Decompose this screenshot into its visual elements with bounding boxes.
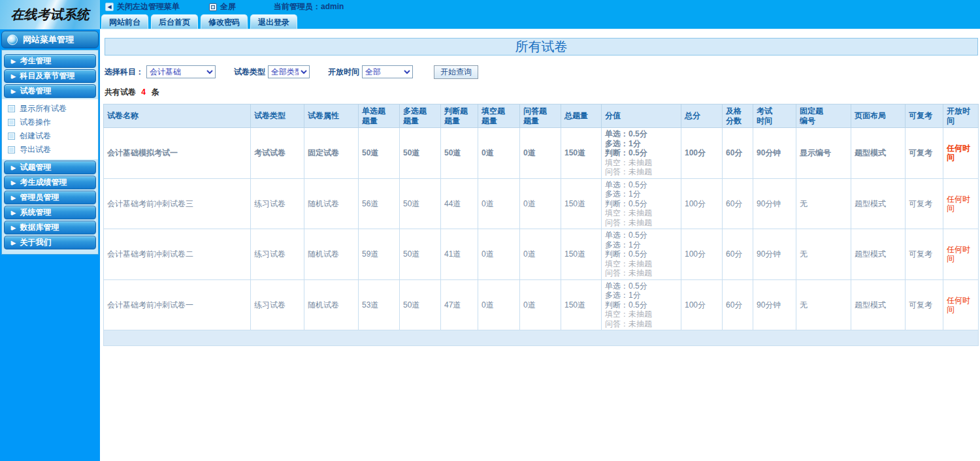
cell-open-time: 任何时间 <box>943 279 979 330</box>
play-icon: I▶ <box>10 58 15 65</box>
cell-judge: 44道 <box>441 178 478 229</box>
cell-pass-score: 60分 <box>723 178 753 229</box>
column-header-4: 多选题 题量 <box>400 104 441 128</box>
score-line: 单选：0.5分 <box>605 230 679 240</box>
cell-attr: 固定试卷 <box>304 128 359 179</box>
subject-filter-label: 选择科目： <box>105 67 144 78</box>
cell-retake: 可复考 <box>906 229 943 280</box>
score-line: 多选：1分 <box>605 291 679 300</box>
query-button[interactable]: 开始查询 <box>434 65 478 79</box>
sidebar-item-6[interactable]: I▶系统管理 <box>4 206 96 219</box>
sidebar-item-1[interactable]: I▶科目及章节管理 <box>4 69 96 83</box>
list-square-icon <box>8 133 15 140</box>
type-filter-label: 试卷类型 <box>234 67 265 78</box>
sidebar-menu: I▶考生管理I▶科目及章节管理I▶试卷管理显示所有试卷试卷操作创建试卷导出试卷I… <box>1 50 99 255</box>
column-header-1: 试卷类型 <box>251 104 304 128</box>
cell-score: 单选：0.5分多选：1分判断：0.5分填空：未抽题问答：未抽题 <box>602 229 681 280</box>
cell-type: 练习试卷 <box>251 178 304 229</box>
cell-attr: 随机试卷 <box>304 279 359 330</box>
cell-retake: 可复考 <box>906 279 943 330</box>
cell-exam-time: 90分钟 <box>753 279 796 330</box>
sidebar-subitem-label: 创建试卷 <box>20 131 51 142</box>
paper-type-select[interactable]: 全部类型 <box>268 65 310 78</box>
score-line: 多选：1分 <box>605 189 679 199</box>
score-line: 填空：未抽题 <box>605 310 679 319</box>
filter-bar: 选择科目： 会计基础 试卷类型 全部类型 开放时间 全部 开始查询 <box>105 65 980 79</box>
cell-fixed-no: 无 <box>796 178 851 229</box>
cell-single: 53道 <box>359 279 400 330</box>
cell-attr: 随机试卷 <box>304 178 359 229</box>
cell-single: 59道 <box>359 229 400 280</box>
table-footer-row <box>104 330 979 346</box>
cell-page-layout: 题型模式 <box>851 229 906 280</box>
sidebar-subitem-1[interactable]: 试卷操作 <box>2 116 98 129</box>
play-icon: I▶ <box>10 180 15 186</box>
app-window: 在线考试系统 ◀ 关闭左边管理菜单 全屏 当前管理员：admin 网站前台后台首… <box>0 0 980 461</box>
column-header-3: 单选题 题量 <box>359 104 400 128</box>
table-row: 会计基础模拟考试一考试试卷固定试卷50道50道50道0道0道150道单选：0.5… <box>104 128 979 179</box>
score-line: 填空：未抽题 <box>605 158 679 168</box>
column-header-11: 及格 分数 <box>723 104 753 128</box>
score-line: 填空：未抽题 <box>605 259 679 269</box>
sidebar-item-5[interactable]: I▶管理员管理 <box>4 191 96 204</box>
cell-blank: 0道 <box>478 279 520 330</box>
cell-total-q: 150道 <box>561 279 602 330</box>
cell-total-score: 100分 <box>681 178 723 229</box>
sidebar-item-label: 数据库管理 <box>20 222 59 233</box>
count-prefix: 共有试卷 <box>105 87 136 97</box>
sidebar-subitem-2[interactable]: 创建试卷 <box>2 129 98 143</box>
cell-total-q: 150道 <box>561 178 602 229</box>
count-suffix: 条 <box>151 87 159 97</box>
top-header-right: ◀ 关闭左边管理菜单 全屏 当前管理员：admin 网站前台后台首页修改密码退出… <box>100 0 980 29</box>
score-line: 问答：未抽题 <box>605 218 679 228</box>
top-utility-row: ◀ 关闭左边管理菜单 全屏 当前管理员：admin <box>100 0 980 14</box>
play-icon: I▶ <box>10 240 15 246</box>
cell-open-time: 任何时间 <box>943 229 979 280</box>
cell-qa: 0道 <box>520 128 561 179</box>
sidebar-subitem-0[interactable]: 显示所有试卷 <box>2 102 98 116</box>
sidebar: 网站菜单管理 I▶考生管理I▶科目及章节管理I▶试卷管理显示所有试卷试卷操作创建… <box>0 29 100 461</box>
sidebar-item-0[interactable]: I▶考生管理 <box>4 54 96 68</box>
sidebar-item-8[interactable]: I▶关于我们 <box>4 236 96 249</box>
column-header-0: 试卷名称 <box>104 104 251 128</box>
score-line: 判断：0.5分 <box>605 199 679 209</box>
cell-exam-time: 90分钟 <box>753 128 796 179</box>
cell-total-q: 150道 <box>561 128 602 179</box>
cell-retake: 可复考 <box>906 178 943 229</box>
sidebar-item-label: 系统管理 <box>20 207 51 218</box>
cell-open-time: 任何时间 <box>943 128 979 179</box>
cell-blank: 0道 <box>478 229 520 280</box>
table-row: 会计基础考前冲刺试卷一练习试卷随机试卷53道50道47道0道0道150道单选：0… <box>104 279 979 330</box>
top-tab-3[interactable]: 退出登录 <box>250 14 297 29</box>
papers-table: 试卷名称试卷类型试卷属性单选题 题量多选题 题量判断题 题量填空题 题量问答题 … <box>103 104 979 346</box>
cell-blank: 0道 <box>478 178 520 229</box>
time-filter-label: 开放时间 <box>328 67 359 78</box>
sidebar-item-3[interactable]: I▶试题管理 <box>4 161 96 174</box>
cell-type: 练习试卷 <box>251 229 304 280</box>
column-header-10: 总分 <box>681 104 723 128</box>
subject-select[interactable]: 会计基础 <box>146 65 216 78</box>
play-icon: I▶ <box>10 73 15 80</box>
sidebar-item-label: 科目及章节管理 <box>20 71 74 82</box>
sidebar-item-2[interactable]: I▶试卷管理 <box>4 84 96 98</box>
sidebar-item-label: 关于我们 <box>20 237 51 248</box>
column-header-6: 填空题 题量 <box>478 104 520 128</box>
sidebar-item-7[interactable]: I▶数据库管理 <box>4 221 96 234</box>
sidebar-subitem-3[interactable]: 导出试卷 <box>2 143 98 157</box>
cell-qa: 0道 <box>520 229 561 280</box>
top-tab-1[interactable]: 后台首页 <box>151 14 198 29</box>
open-time-select[interactable]: 全部 <box>362 65 413 78</box>
play-icon: I▶ <box>10 225 15 231</box>
sidebar-item-4[interactable]: I▶考生成绩管理 <box>4 176 96 189</box>
list-square-icon <box>8 105 15 112</box>
top-tab-0[interactable]: 网站前台 <box>101 14 148 29</box>
close-left-menu-button[interactable]: ◀ 关闭左边管理菜单 <box>105 1 180 12</box>
column-header-8: 总题量 <box>561 104 602 128</box>
top-tab-2[interactable]: 修改密码 <box>201 14 248 29</box>
sphere-icon <box>7 35 18 45</box>
column-header-9: 分值 <box>602 104 681 128</box>
fullscreen-button[interactable]: 全屏 <box>209 1 236 12</box>
fullscreen-icon <box>209 3 217 11</box>
cell-multi: 50道 <box>400 279 441 330</box>
current-admin-label: 当前管理员：admin <box>274 1 344 12</box>
